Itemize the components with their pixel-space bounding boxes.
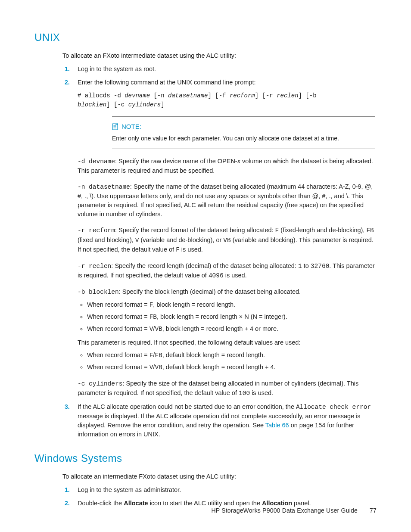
step-3: If the ALC allocate operation could not … — [78, 402, 377, 439]
param-blocklen: -b blocklen: Specify the block length (d… — [78, 287, 377, 372]
param-recform: -r recform: Specify the record format of… — [78, 226, 377, 254]
t: , default block length = record length. — [162, 352, 265, 358]
steps-windows: Log in to the system as administrator. D… — [62, 485, 377, 508]
param-flag: -d devname — [78, 158, 115, 165]
cmd-arg: recform — [230, 92, 255, 99]
t: Double-click the — [78, 500, 124, 507]
t: panel. — [292, 500, 311, 507]
code: FB — [366, 227, 374, 234]
param-flag: -r reclen — [78, 263, 111, 270]
step-1-text: Log in to the system as root. — [78, 65, 156, 72]
cmd: ] [-b — [299, 92, 317, 99]
t: (fixed and blocking), — [78, 236, 135, 243]
t: , default block length = record length +… — [162, 364, 276, 370]
intro-unix: To allocate an FXoto intermediate datase… — [62, 51, 377, 60]
t: When record format = — [87, 301, 149, 308]
cmd-arg: blocklen — [78, 101, 106, 108]
t: , block length = record length × N (N = … — [157, 313, 287, 320]
step-2: Enter the following command at the UNIX … — [78, 78, 377, 398]
code: VB — [223, 237, 230, 244]
code: VB — [155, 364, 162, 371]
step-1-text: Log in to the system as administrator. — [78, 486, 181, 493]
cmd-arg: reclen — [277, 92, 298, 99]
code: Allocate check error — [296, 404, 371, 411]
cmd: ] [-f — [208, 92, 229, 99]
list-item: When record format = FB, block length = … — [87, 312, 377, 322]
section-heading-unix: UNIX — [34, 30, 377, 45]
t: icon to start the ALC utility and open t… — [148, 500, 262, 507]
t: to — [302, 262, 311, 269]
t: is used. — [224, 272, 247, 279]
param-cylinders: -c cylinders: Specify the size of the da… — [78, 379, 377, 398]
page-number: 77 — [370, 507, 377, 514]
cmd: ] [-r — [255, 92, 277, 99]
t: : Specify the record length (decimal) of… — [111, 262, 298, 269]
blocklen-list-1: When record format = F, block length = r… — [78, 300, 377, 334]
t: When record format = — [87, 352, 149, 358]
bold: Allocation — [262, 500, 292, 507]
cmd-arg: devname — [125, 92, 150, 99]
step-1: Log in to the system as administrator. — [78, 485, 377, 495]
t: If the ALC allocate operation could not … — [78, 403, 296, 410]
code: 4096 — [209, 272, 224, 279]
t: When record format = — [87, 313, 149, 320]
param-n: -n datasetname: Specify the name of the … — [78, 182, 377, 219]
note-icon — [112, 123, 119, 130]
cmd: ] — [161, 101, 164, 108]
param-flag: -b blocklen — [78, 289, 119, 296]
page-footer: HP StorageWorks P9000 Data Exchange User… — [212, 506, 377, 515]
note-body: Enter only one value for each parameter.… — [112, 134, 375, 143]
cmd-arg: cylinders — [128, 101, 161, 108]
steps-unix: Log in to the system as root. Enter the … — [62, 65, 377, 439]
t: : Specify the block length (decimal) of … — [119, 288, 301, 295]
param-flag: -n datasetname — [78, 184, 130, 190]
t: (fixed-length and de-blocking), — [279, 227, 366, 233]
param-x: x — [237, 158, 240, 165]
cmd-arg: datasetname — [168, 92, 208, 99]
t: is used. — [180, 246, 203, 253]
note-label: NOTE: — [121, 122, 141, 131]
param-reclen: -r reclen: Specify the record length (de… — [78, 261, 377, 280]
param-desc: : Specify the raw device name of the OPE… — [115, 158, 237, 165]
section-heading-windows: Windows Systems — [34, 451, 377, 466]
code: 100 — [239, 390, 250, 397]
list-item: When record format = V/VB, default block… — [87, 363, 377, 372]
code: 1 — [298, 263, 302, 270]
blocklen-after: This parameter is required. If not speci… — [78, 338, 377, 347]
t: is used. — [250, 389, 273, 396]
param-flag: -c cylinders — [78, 380, 122, 387]
intro-windows: To allocate an intermediate FXoto datase… — [62, 472, 377, 481]
link-table-66[interactable]: Table 66 — [265, 422, 289, 429]
bold: Allocate — [124, 500, 148, 507]
note-heading: NOTE: — [112, 122, 375, 131]
code: F — [275, 227, 279, 234]
code: FB — [155, 352, 162, 359]
t: When record format = — [87, 325, 149, 332]
code: F — [176, 246, 180, 253]
code: 32760 — [311, 263, 330, 270]
command-block: # allocds -d devname [-n datasetname] [-… — [78, 91, 377, 109]
cmd: [-n — [150, 92, 168, 99]
note-box: NOTE: Enter only one value for each para… — [112, 116, 375, 149]
list-item: When record format = F/FB, default block… — [87, 351, 377, 360]
blocklen-list-2: When record format = F/FB, default block… — [78, 351, 377, 372]
footer-title: HP StorageWorks P9000 Data Exchange User… — [212, 507, 358, 514]
code: FB — [149, 314, 157, 320]
param-flag: -r recform — [78, 227, 115, 234]
step-1: Log in to the system as root. — [78, 65, 377, 74]
cmd: # allocds -d — [78, 92, 125, 99]
t: : Specify the record format of the datas… — [115, 227, 275, 233]
t: , block length = record length. — [153, 301, 235, 308]
t: When record format = — [87, 364, 149, 370]
code: VB — [155, 326, 162, 333]
t: (variable and de-blocking), or — [139, 236, 224, 243]
list-item: When record format = V/VB, block length … — [87, 324, 377, 334]
step-2-text: Enter the following command at the UNIX … — [78, 79, 255, 86]
list-item: When record format = F, block length = r… — [87, 300, 377, 310]
t: , block length = record length + 4 or mo… — [162, 325, 278, 332]
param-d: -d devname: Specify the raw device name … — [78, 157, 377, 175]
code: V — [135, 237, 139, 244]
cmd: ] [-c — [106, 101, 128, 108]
